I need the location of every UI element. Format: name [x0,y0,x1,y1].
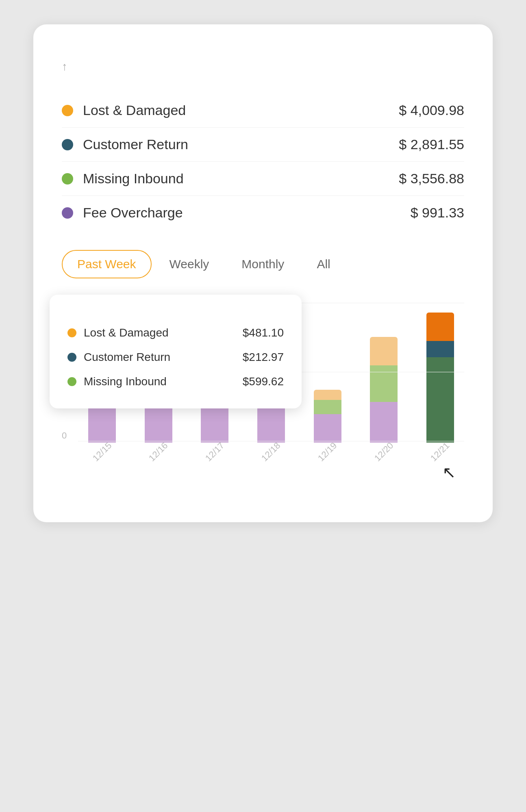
tooltip-row: Customer Return $212.97 [67,345,284,369]
category-name: Customer Return [83,137,188,152]
cursor-icon: ↖ [442,463,456,482]
bar-x-label: 12/15 [91,440,114,463]
bar-x-label: 12/18 [259,440,283,463]
category-amount: $ 2,891.55 [399,137,464,152]
bar-x-label: 12/19 [316,440,339,463]
bar-x-label: 12/16 [147,440,170,463]
tab-all[interactable]: All [302,251,345,278]
tooltip-rows: Lost & Damaged $481.10 Customer Return $… [67,321,284,394]
tooltip-row: Lost & Damaged $481.10 [67,321,284,345]
tooltip-row-label: Customer Return [84,351,170,364]
category-left: Customer Return [62,137,188,152]
category-row: Lost & Damaged $ 4,009.98 [62,93,464,128]
tab-monthly[interactable]: Monthly [227,251,299,278]
bar-x-label: 12/20 [372,440,395,463]
grid-line [78,441,464,441]
category-name: Missing Inbound [83,171,184,187]
tab-row: Past WeekWeeklyMonthlyAll [62,250,464,278]
tooltip-dot [67,353,76,362]
tooltip-row-amount: $212.97 [243,351,284,364]
category-amount: $ 991.33 [411,205,464,221]
tooltip-row-amount: $599.62 [243,375,284,388]
tooltip-dot [67,377,76,386]
subtitle-row: ↑ [62,60,464,73]
purple-dot [62,207,73,219]
category-name: Lost & Damaged [83,102,186,118]
tab-past-week[interactable]: Past Week [62,250,152,278]
category-row: Missing Inbound $ 3,556.88 [62,162,464,196]
category-name: Fee Overcharge [83,205,183,221]
tab-weekly[interactable]: Weekly [155,251,224,278]
tooltip-row-label: Missing Inbound [84,375,167,388]
tooltip-dot [67,328,76,337]
orange-dot [62,105,73,116]
category-row: Fee Overcharge $ 991.33 [62,196,464,230]
category-left: Missing Inbound [62,171,184,187]
dark-teal-dot [62,139,73,150]
green-dot [62,173,73,185]
category-left: Lost & Damaged [62,102,186,118]
arrow-up-icon: ↑ [62,60,67,73]
bar-x-label: 12/21 [428,440,452,463]
tooltip-row-left: Missing Inbound [67,375,167,388]
tooltip-row-left: Lost & Damaged [67,326,169,339]
category-amount: $ 4,009.98 [399,102,464,118]
category-left: Fee Overcharge [62,205,183,221]
y-label-0: 0 [62,430,77,441]
category-amount: $ 3,556.88 [399,171,464,187]
tooltip-row-left: Customer Return [67,351,170,364]
chart-area: Lost & Damaged $481.10 Customer Return $… [62,295,464,522]
chart-tooltip: Lost & Damaged $481.10 Customer Return $… [50,295,302,408]
category-row: Customer Return $ 2,891.55 [62,128,464,162]
category-list: Lost & Damaged $ 4,009.98 Customer Retur… [62,93,464,230]
bar-x-label: 12/17 [203,440,226,463]
reimbursed-amount-card: ↑ Lost & Damaged $ 4,009.98 Customer Ret… [33,24,493,522]
tooltip-row-label: Lost & Damaged [84,326,169,339]
tooltip-row-amount: $481.10 [243,326,284,339]
tooltip-row: Missing Inbound $599.62 [67,369,284,394]
